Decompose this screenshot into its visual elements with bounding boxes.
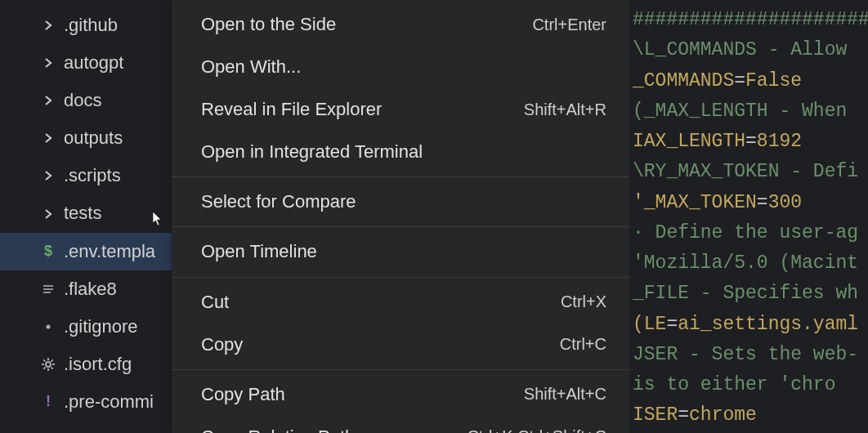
editor-token: =: [678, 404, 689, 426]
menu-separator: [172, 277, 629, 278]
editor-token: 8192: [757, 131, 802, 152]
menu-item-shortcut: Ctrl+X: [561, 289, 606, 315]
editor-token: False: [745, 70, 802, 92]
editor-token: 300: [768, 192, 802, 213]
editor-token: =: [745, 131, 757, 152]
editor-line: IAX_LENGTH=8192: [629, 127, 868, 157]
menu-item-label: Copy Path: [201, 381, 285, 408]
menu-item-label: Select for Compare: [201, 188, 356, 216]
menu-separator: [172, 226, 629, 227]
file-item[interactable]: outputs: [0, 119, 172, 157]
context-menu: Open to the SideCtrl+EnterOpen With...Re…: [172, 0, 629, 433]
chevron-icon: [41, 57, 56, 69]
menu-item-label: Open in Integrated Terminal: [201, 138, 423, 166]
menu-item-label: Cut: [201, 288, 229, 316]
editor-content: #########################\L_COMMANDS - A…: [629, 0, 868, 433]
file-item-label: .isort.cfg: [64, 350, 132, 378]
editor-token: ai_settings.yaml: [678, 314, 858, 335]
editor-line: is to either 'chro: [629, 370, 868, 400]
menu-item-shortcut: Ctrl+C: [560, 332, 606, 357]
menu-item-shortcut: Shift+Alt+R: [524, 97, 606, 123]
file-item-label: autogpt: [64, 49, 123, 77]
svg-point-4: [46, 362, 51, 367]
file-item-label: docs: [64, 87, 101, 114]
menu-item-shortcut: Ctrl+K Ctrl+Shift+C: [467, 424, 606, 433]
file-item[interactable]: autogpt: [0, 44, 172, 82]
file-item[interactable]: .scripts: [0, 157, 172, 194]
editor-line: #########################: [629, 5, 868, 35]
svg-line-12: [43, 367, 45, 368]
editor-line: \L_COMMANDS - Allow: [629, 35, 868, 65]
editor-token: '_MAX_TOKEN: [633, 192, 757, 213]
dollar-icon: $: [41, 240, 56, 263]
editor-line: 'Mozilla/5.0 (Macint: [629, 248, 868, 279]
file-item[interactable]: .github: [0, 7, 172, 44]
menu-item[interactable]: Open in Integrated Terminal: [172, 131, 629, 173]
file-item-label: .flake8: [64, 275, 117, 303]
menu-item[interactable]: Open Timeline: [172, 230, 629, 273]
file-item-label: .github: [64, 11, 118, 39]
editor-token: =: [757, 192, 768, 213]
file-item-label: outputs: [64, 124, 123, 152]
menu-item-label: Open Timeline: [201, 238, 317, 266]
excl-icon: !: [41, 391, 56, 413]
svg-point-3: [47, 324, 51, 328]
editor-token: · Define the user-ag: [633, 222, 858, 243]
editor-token: \RY_MAX_TOKEN - Defi: [633, 161, 858, 182]
file-item-label: .gitignore: [64, 313, 138, 341]
menu-item-label: Copy: [201, 331, 243, 359]
editor-token: chrome: [689, 404, 757, 426]
svg-line-11: [51, 359, 53, 361]
editor-token: _FILE - Specifies wh: [633, 283, 858, 304]
file-item-label: tests: [64, 199, 101, 227]
menu-item-label: Reveal in File Explorer: [201, 96, 382, 123]
file-item[interactable]: $.env.templa: [0, 233, 172, 270]
editor-line: JSER - Sets the web-: [629, 340, 868, 370]
chevron-icon: [41, 95, 56, 106]
editor-token: =: [666, 314, 678, 335]
lines-icon: [41, 283, 56, 295]
file-item-label: .sourcery.ya: [64, 426, 160, 433]
editor-token: _COMMANDS: [633, 70, 734, 92]
file-item[interactable]: tests: [0, 194, 172, 232]
file-explorer: .githubautogptdocsoutputs.scriptstests$.…: [0, 0, 172, 433]
menu-item[interactable]: Open With...: [172, 46, 629, 88]
menu-item[interactable]: Copy PathShift+Alt+C: [172, 373, 629, 416]
chevron-icon: [41, 170, 56, 181]
file-item-label: .env.templa: [64, 238, 155, 266]
editor-line: ISER=chrome: [629, 400, 868, 431]
chevron-icon: [41, 208, 56, 220]
file-item[interactable]: .flake8: [0, 270, 172, 308]
editor-line: (_MAX_LENGTH - When: [629, 96, 868, 127]
file-item-label: .pre-commi: [64, 388, 154, 416]
menu-item-shortcut: Shift+Alt+C: [524, 382, 606, 407]
menu-item[interactable]: Reveal in File ExplorerShift+Alt+R: [172, 88, 629, 131]
menu-item-shortcut: Ctrl+Enter: [532, 12, 606, 38]
editor-token: ISER: [633, 404, 678, 426]
file-item[interactable]: .gitignore: [0, 308, 172, 346]
menu-separator: [172, 176, 629, 177]
excl-icon: !: [41, 428, 56, 433]
file-item[interactable]: .isort.cfg: [0, 346, 172, 383]
file-item[interactable]: docs: [0, 82, 172, 119]
file-item[interactable]: !.sourcery.ya: [0, 421, 172, 433]
editor-line: · Define the user-ag: [629, 218, 868, 248]
editor-token: JSER - Sets the web-: [633, 344, 858, 365]
editor-token: 'Mozilla/5.0 (Macint: [633, 252, 858, 274]
menu-separator: [172, 369, 629, 370]
menu-item[interactable]: CutCtrl+X: [172, 281, 629, 324]
file-item[interactable]: !.pre-commi: [0, 383, 172, 421]
editor-token: \L_COMMANDS - Allow: [633, 39, 858, 60]
gear-icon: [41, 358, 56, 371]
menu-item[interactable]: Select for Compare: [172, 181, 629, 223]
chevron-icon: [41, 20, 56, 31]
editor-token: is to either 'chro: [633, 374, 835, 395]
menu-item[interactable]: CopyCtrl+C: [172, 324, 629, 366]
menu-item-label: Open to the Side: [201, 11, 336, 38]
editor-line: '_MAX_TOKEN=300: [629, 188, 868, 218]
editor-token: #########################: [633, 9, 868, 30]
menu-item[interactable]: Copy Relative PathCtrl+K Ctrl+Shift+C: [172, 416, 629, 433]
editor-line: \RY_MAX_TOKEN - Defi: [629, 157, 868, 187]
svg-line-10: [51, 367, 53, 368]
menu-item[interactable]: Open to the SideCtrl+Enter: [172, 3, 629, 46]
